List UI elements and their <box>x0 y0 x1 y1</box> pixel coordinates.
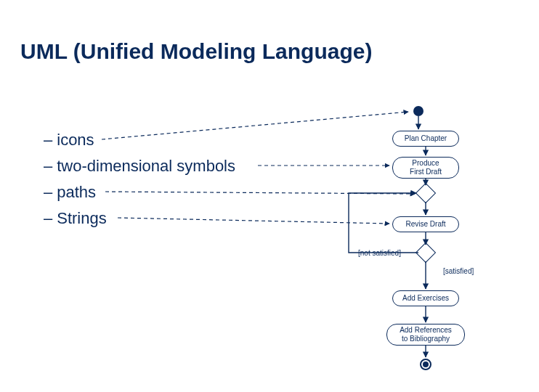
uml-activity-diagram: Plan Chapter Produce First Draft Revise … <box>0 0 539 392</box>
merge-node-icon <box>416 183 436 203</box>
activity-plan-chapter: Plan Chapter <box>392 131 459 147</box>
final-node-icon <box>420 359 431 370</box>
activity-add-references-label: Add References to Bibliography <box>400 326 452 343</box>
activity-produce-first-draft-label: Produce First Draft <box>410 159 442 176</box>
guard-satisfied: [satisfied] <box>443 267 474 275</box>
guard-not-satisfied: [not satisfied] <box>358 249 401 257</box>
activity-revise-draft-label: Revise Draft <box>405 220 445 229</box>
activity-add-exercises: Add Exercises <box>392 290 459 306</box>
initial-node-icon <box>413 106 423 116</box>
activity-add-exercises-label: Add Exercises <box>402 294 449 303</box>
activity-produce-first-draft: Produce First Draft <box>392 157 459 179</box>
decision-node-icon <box>416 242 436 263</box>
activity-plan-chapter-label: Plan Chapter <box>405 134 447 143</box>
activity-add-references: Add References to Bibliography <box>386 324 465 346</box>
activity-revise-draft: Revise Draft <box>392 216 459 232</box>
